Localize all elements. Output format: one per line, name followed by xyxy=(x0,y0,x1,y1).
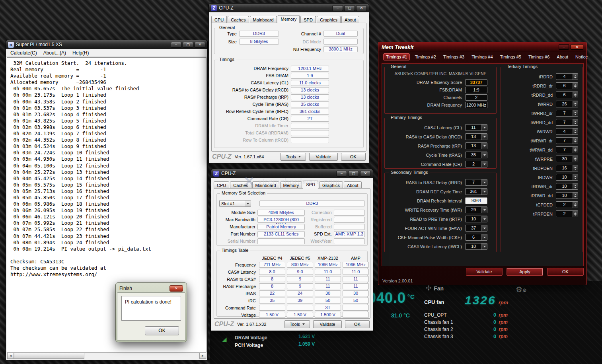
tools-button[interactable]: Tools xyxy=(281,153,306,161)
tab-mainboard[interactable]: Mainboard xyxy=(250,16,277,23)
timing-spinner[interactable]: 6 xyxy=(556,82,578,89)
maximize-button[interactable]: ▢ xyxy=(348,171,359,177)
timing-spinner[interactable]: 6 xyxy=(556,91,578,98)
minimize-button[interactable]: – xyxy=(332,5,343,11)
timing-dropdown[interactable]: 10 xyxy=(465,243,487,250)
timing-dropdown[interactable]: 29 xyxy=(465,206,487,213)
menu-calculate[interactable]: Calculate(C) xyxy=(8,50,40,56)
timing-spinner[interactable]: 10 xyxy=(556,183,578,190)
timing-spinner[interactable]: 7 xyxy=(556,119,578,126)
ok-button[interactable]: OK xyxy=(145,326,179,335)
tab-about[interactable]: About xyxy=(341,16,359,23)
spinner-arrows-icon[interactable] xyxy=(573,202,578,208)
spinner-arrows-icon[interactable] xyxy=(573,183,578,189)
spinner-arrows-icon[interactable] xyxy=(573,119,578,125)
timing-dropdown[interactable]: 2 xyxy=(465,161,487,167)
tab-cpu[interactable]: CPU xyxy=(214,181,229,189)
spinner-arrows-icon[interactable] xyxy=(573,128,578,134)
spinner-arrows-icon[interactable] xyxy=(573,165,578,171)
dropdown-arrow-icon[interactable] xyxy=(481,143,487,149)
close-button[interactable]: ✕ xyxy=(571,44,583,50)
apply-button[interactable]: Apply xyxy=(507,268,543,276)
slot-select[interactable]: Slot #1 xyxy=(219,200,251,207)
minimize-button[interactable]: – xyxy=(336,171,347,177)
close-button[interactable]: ✕ xyxy=(195,42,205,48)
timing-spinner[interactable]: 7 xyxy=(556,146,578,153)
tools-button[interactable]: Tools xyxy=(284,320,310,328)
tab-timings-6[interactable]: Timings #6 xyxy=(526,54,552,60)
dropdown-arrow-icon[interactable] xyxy=(481,243,487,249)
dropdown-arrow-icon[interactable] xyxy=(481,225,487,231)
spinner-arrows-icon[interactable] xyxy=(573,211,578,217)
menu-help[interactable]: Help(H) xyxy=(70,50,92,56)
close-button[interactable]: ✕ xyxy=(356,5,367,11)
minimize-button[interactable]: – xyxy=(171,42,181,48)
dropdown-arrow-icon[interactable] xyxy=(481,134,487,140)
scrollbar-thumb[interactable] xyxy=(14,353,84,359)
dropdown-arrow-icon[interactable] xyxy=(481,189,487,195)
tab-timings-5[interactable]: Timings #5 xyxy=(498,54,524,60)
dropdown-arrow-icon[interactable] xyxy=(302,323,305,325)
minimize-button[interactable]: – xyxy=(559,44,569,50)
timing-dropdown[interactable]: 361 xyxy=(465,188,487,195)
dropdown-arrow-icon[interactable] xyxy=(481,152,487,158)
tab-about[interactable]: About xyxy=(554,54,571,60)
ok-button[interactable]: OK xyxy=(345,320,370,328)
timing-spinner[interactable]: 4 xyxy=(556,73,578,80)
spinner-arrows-icon[interactable] xyxy=(573,92,578,98)
timing-dropdown[interactable]: 37 xyxy=(465,225,487,232)
maximize-button[interactable]: ▢ xyxy=(183,42,193,48)
spinner-arrows-icon[interactable] xyxy=(573,138,578,144)
ok-button[interactable]: OK xyxy=(341,153,366,161)
spinner-arrows-icon[interactable] xyxy=(573,147,578,153)
tab-timings-3[interactable]: Timings #3 xyxy=(441,54,467,60)
horizontal-scrollbar[interactable]: ◄ ► xyxy=(7,352,207,359)
tab-notice[interactable]: Notice xyxy=(573,54,590,60)
gear-icon[interactable]: ⚙ xyxy=(522,288,527,293)
timing-input[interactable]: 9364 xyxy=(465,197,487,204)
tab-timings-4[interactable]: Timings #4 xyxy=(469,54,495,60)
tab-graphics[interactable]: Graphics xyxy=(317,16,341,23)
dropdown-arrow-icon[interactable] xyxy=(245,200,251,206)
superpi-titlebar[interactable]: π Super PI / mod1.5 XS – ▢ ✕ xyxy=(6,40,208,49)
spinner-arrows-icon[interactable] xyxy=(573,193,578,199)
dropdown-arrow-icon[interactable] xyxy=(481,216,487,222)
dropdown-arrow-icon[interactable] xyxy=(481,161,487,167)
timing-spinner[interactable]: 30 xyxy=(556,156,578,162)
timing-dropdown[interactable]: 10 xyxy=(465,216,487,222)
timing-dropdown[interactable]: 13 xyxy=(465,142,487,149)
maximize-button[interactable]: ▢ xyxy=(344,5,355,11)
spinner-arrows-icon[interactable] xyxy=(573,74,578,80)
tab-spd[interactable]: SPD xyxy=(303,181,318,189)
tab-graphics[interactable]: Graphics xyxy=(319,181,343,189)
tab-mainboard[interactable]: Mainboard xyxy=(252,181,279,189)
timing-spinner[interactable]: 7 xyxy=(556,137,578,144)
timing-dropdown[interactable]: 35 xyxy=(465,152,487,158)
tab-timings-2[interactable]: Timings #2 xyxy=(412,54,438,60)
timing-dropdown[interactable]: 6 xyxy=(465,234,487,241)
timing-spinner[interactable]: 26 xyxy=(556,101,578,107)
tab-cpu[interactable]: CPU xyxy=(211,16,227,23)
settings-icons[interactable]: ⚙⚙ xyxy=(516,285,527,294)
scroll-right-icon[interactable]: ► xyxy=(199,353,206,359)
spinner-arrows-icon[interactable] xyxy=(573,101,578,107)
menu-about[interactable]: About...(A) xyxy=(41,50,69,56)
timing-dropdown[interactable]: 7 xyxy=(465,179,487,186)
timing-spinner[interactable]: 2 xyxy=(556,201,578,208)
validate-button[interactable]: Validate xyxy=(313,320,342,328)
dropdown-arrow-icon[interactable] xyxy=(481,234,487,240)
dropdown-arrow-icon[interactable] xyxy=(481,207,487,213)
timing-dropdown[interactable]: 13 xyxy=(465,133,487,140)
tab-timings-1[interactable]: Timings #1 xyxy=(383,53,410,60)
tab-about[interactable]: About xyxy=(344,181,362,189)
memtweakit-titlebar[interactable]: Mem TweakIt – ✕ xyxy=(378,42,586,52)
timing-spinner[interactable]: 7 xyxy=(556,110,578,117)
dropdown-arrow-icon[interactable] xyxy=(298,156,301,158)
gear-icon[interactable]: ⚙ xyxy=(516,285,522,294)
ok-button[interactable]: OK xyxy=(547,268,584,276)
tab-caches[interactable]: Caches xyxy=(228,16,249,23)
spinner-arrows-icon[interactable] xyxy=(573,110,578,116)
timing-spinner[interactable]: 10 xyxy=(556,174,578,181)
scroll-left-icon[interactable]: ◄ xyxy=(7,353,14,359)
spinner-arrows-icon[interactable] xyxy=(573,174,578,180)
